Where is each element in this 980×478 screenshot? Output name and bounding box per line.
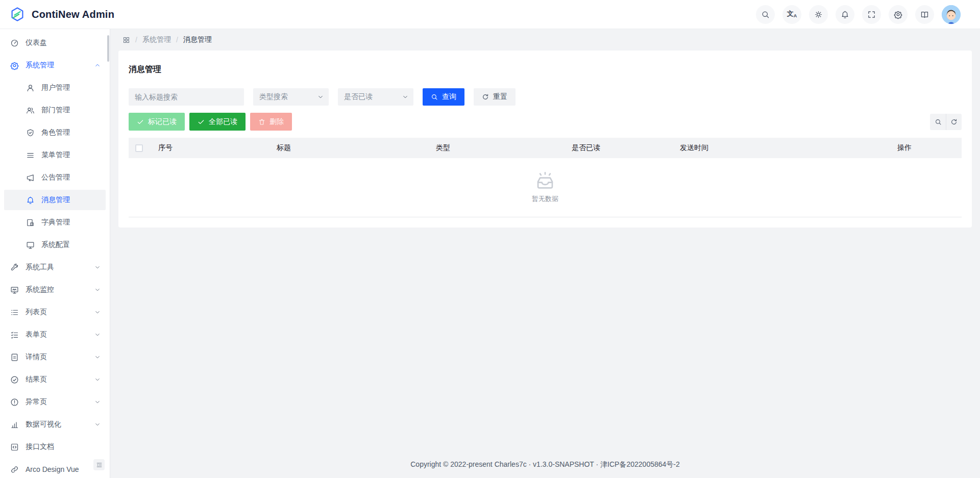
check-icon bbox=[137, 118, 144, 125]
breadcrumb-message-management: 消息管理 bbox=[183, 35, 212, 44]
sidebar-item-system-config[interactable]: 系统配置 bbox=[4, 235, 106, 255]
chevron-down-icon bbox=[94, 421, 101, 427]
sidebar-item-detail-pages[interactable]: 详情页 bbox=[4, 347, 106, 367]
translate-icon: 文A bbox=[787, 10, 797, 18]
sidebar-collapse-button[interactable] bbox=[93, 459, 105, 470]
chevron-down-icon bbox=[94, 332, 101, 338]
role-shield-icon bbox=[26, 129, 35, 137]
type-select[interactable]: 类型搜索 bbox=[253, 88, 329, 106]
tools-wrench-icon bbox=[10, 263, 19, 272]
chevron-down-icon bbox=[94, 376, 101, 383]
fullscreen-icon bbox=[867, 10, 876, 19]
list-icon bbox=[10, 308, 19, 317]
avatar-image bbox=[942, 5, 961, 24]
detail-file-icon bbox=[10, 353, 19, 362]
department-icon bbox=[26, 106, 35, 115]
empty-inbox-icon bbox=[534, 171, 556, 190]
breadcrumb: / 系统管理 / 消息管理 bbox=[110, 29, 980, 51]
api-code-icon bbox=[10, 443, 19, 451]
column-header-actions: 操作 bbox=[890, 138, 962, 158]
header-actions: 文A bbox=[756, 5, 961, 24]
table-search-toggle-button[interactable] bbox=[930, 114, 946, 130]
column-header-no: 序号 bbox=[151, 138, 270, 158]
column-header-send-time: 发送时间 bbox=[673, 138, 890, 158]
config-monitor-icon bbox=[26, 241, 35, 249]
bell-icon bbox=[841, 10, 849, 19]
sidebar-item-system-monitor[interactable]: 系统监控 bbox=[4, 280, 106, 300]
copyright-text: Copyright © 2022-present Charles7c · v1.… bbox=[410, 460, 680, 468]
message-management-card: 消息管理 类型搜索 是否已读 查询 重置 bbox=[118, 51, 972, 228]
page-footer: Copyright © 2022-present Charles7c · v1.… bbox=[110, 454, 980, 478]
refresh-icon bbox=[950, 118, 958, 125]
chevron-down-icon bbox=[94, 287, 101, 293]
menu-lines-icon bbox=[26, 151, 35, 160]
sidebar-item-list-pages[interactable]: 列表页 bbox=[4, 302, 106, 322]
brand[interactable]: ContiNew Admin bbox=[9, 6, 114, 22]
sidebar-item-system-management[interactable]: 系统管理 bbox=[4, 55, 106, 76]
title-search-input[interactable] bbox=[129, 88, 244, 106]
chevron-down-icon bbox=[94, 264, 101, 270]
sidebar-scrollbar-thumb[interactable] bbox=[107, 35, 109, 62]
read-status-select[interactable]: 是否已读 bbox=[338, 88, 413, 106]
menu-fold-icon bbox=[96, 462, 103, 468]
user-icon bbox=[26, 84, 35, 92]
header-notifications-button[interactable] bbox=[836, 5, 854, 24]
mark-read-button[interactable]: 标记已读 bbox=[129, 113, 185, 131]
message-bell-icon bbox=[26, 196, 35, 205]
delete-button[interactable]: 删除 bbox=[250, 113, 292, 131]
search-icon bbox=[761, 10, 770, 19]
header-fullscreen-button[interactable] bbox=[862, 5, 881, 24]
sidebar-item-api-docs[interactable]: 接口文档 bbox=[4, 437, 106, 457]
sidebar-item-data-visualization[interactable]: 数据可视化 bbox=[4, 414, 106, 435]
breadcrumb-system-management[interactable]: 系统管理 bbox=[142, 35, 171, 44]
check-icon bbox=[198, 118, 205, 125]
read-all-button[interactable]: 全部已读 bbox=[189, 113, 246, 131]
header-docs-button[interactable] bbox=[915, 5, 934, 24]
query-button[interactable]: 查询 bbox=[423, 88, 464, 106]
sidebar-item-role-management[interactable]: 角色管理 bbox=[4, 122, 106, 143]
form-icon bbox=[10, 331, 19, 339]
sidebar-item-result-pages[interactable]: 结果页 bbox=[4, 369, 106, 390]
sidebar-item-dictionary-management[interactable]: 字典管理 bbox=[4, 212, 106, 233]
apps-grid-icon[interactable] bbox=[122, 36, 130, 44]
sidebar-item-department-management[interactable]: 部门管理 bbox=[4, 100, 106, 120]
sidebar-menu: 仪表盘 系统管理 用户管理 部门管理 角色管理 菜单管理 bbox=[0, 29, 110, 478]
sidebar-item-user-management[interactable]: 用户管理 bbox=[4, 78, 106, 98]
exception-icon bbox=[10, 398, 19, 407]
header-settings-button[interactable] bbox=[889, 5, 908, 24]
empty-text: 暂无数据 bbox=[532, 194, 558, 204]
theme-sun-icon bbox=[814, 10, 823, 19]
header-language-button[interactable]: 文A bbox=[782, 5, 801, 24]
sidebar-item-message-management[interactable]: 消息管理 bbox=[4, 190, 106, 210]
result-check-icon bbox=[10, 375, 19, 384]
reset-button[interactable]: 重置 bbox=[474, 88, 516, 106]
page-title: 消息管理 bbox=[129, 64, 962, 75]
search-icon bbox=[431, 93, 438, 100]
sidebar-item-menu-management[interactable]: 菜单管理 bbox=[4, 145, 106, 165]
announcement-icon bbox=[26, 173, 35, 182]
select-all-checkbox[interactable] bbox=[135, 144, 143, 152]
header-search-button[interactable] bbox=[756, 5, 775, 24]
trash-icon bbox=[258, 118, 265, 125]
dictionary-icon bbox=[26, 218, 35, 227]
sidebar-item-dashboard[interactable]: 仪表盘 bbox=[4, 33, 106, 53]
main-content: / 系统管理 / 消息管理 消息管理 类型搜索 是否已读 查询 bbox=[110, 29, 980, 478]
table-refresh-button[interactable] bbox=[946, 114, 962, 130]
monitor-chart-icon bbox=[10, 286, 19, 294]
table-empty-state: 暂无数据 bbox=[129, 158, 962, 217]
sidebar-item-system-tools[interactable]: 系统工具 bbox=[4, 257, 106, 278]
sidebar-item-arco-design-vue[interactable]: Arco Design Vue bbox=[4, 459, 106, 478]
sidebar-item-exception-pages[interactable]: 异常页 bbox=[4, 392, 106, 412]
user-avatar[interactable] bbox=[942, 5, 961, 24]
sidebar-item-announcement-management[interactable]: 公告管理 bbox=[4, 167, 106, 188]
external-link-icon bbox=[10, 465, 19, 474]
header-theme-button[interactable] bbox=[809, 5, 828, 24]
sidebar-item-form-pages[interactable]: 表单页 bbox=[4, 324, 106, 345]
bulk-action-row: 标记已读 全部已读 删除 bbox=[129, 113, 962, 131]
chevron-down-icon bbox=[317, 94, 324, 100]
chevron-down-icon bbox=[94, 309, 101, 315]
settings-icon bbox=[10, 61, 19, 70]
column-header-type: 类型 bbox=[429, 138, 565, 158]
sidebar: 仪表盘 系统管理 用户管理 部门管理 角色管理 菜单管理 bbox=[0, 29, 110, 478]
breadcrumb-separator: / bbox=[176, 36, 178, 44]
